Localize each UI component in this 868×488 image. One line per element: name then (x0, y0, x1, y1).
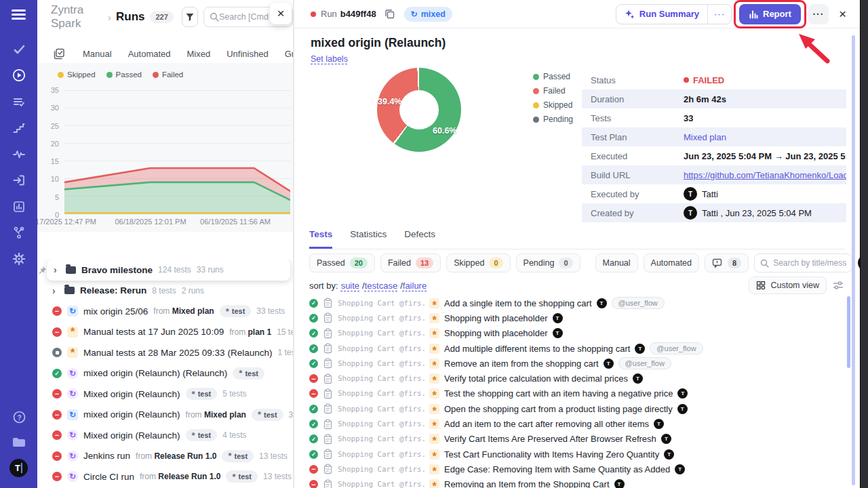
test-row[interactable]: Shopping Cart @firs... Test the shopping… (309, 386, 846, 401)
test-title[interactable]: Shopping with placeholder (444, 328, 548, 338)
run-row[interactable]: Circle CI run from Release Run 1.0 test … (37, 466, 293, 487)
test-title[interactable]: Test Cart Functionality with Items Havin… (444, 449, 659, 460)
test-title[interactable]: Add an item to the cart after removing a… (444, 419, 649, 429)
tab-defects[interactable]: Defects (404, 229, 435, 249)
suite-name[interactable]: Shopping Cart @firs... (338, 359, 425, 368)
branches-icon[interactable] (12, 225, 26, 240)
test-title[interactable]: Open the shopping cart from a product li… (444, 404, 673, 414)
run-name[interactable]: mixed origin (Relaunch) (83, 409, 180, 420)
build-url-link[interactable]: https://github.com/TetianaKhomenko/Load-… (684, 170, 846, 180)
comments-filter-chip[interactable]: 8 (705, 253, 749, 272)
checks-icon[interactable] (12, 42, 26, 57)
test-title[interactable]: Removing an Item from the Shopping Cart (444, 479, 610, 488)
tests-search-input[interactable] (773, 258, 846, 268)
run-name[interactable]: mixed origin (Relaunch) (Relaunch) (83, 368, 227, 378)
run-row[interactable]: Manual tests at 28 Mar 2025 09:33 (Relau… (37, 342, 293, 363)
suite-name[interactable]: Shopping Cart @firs... (338, 480, 425, 488)
run-row[interactable]: › Bravo milestone 124 tests 33 runs (47, 260, 290, 281)
suite-name[interactable]: Shopping Cart @firs... (338, 465, 425, 474)
test-row[interactable]: Shopping Cart @firs... Shopping with pla… (309, 310, 846, 325)
expand-chevron-icon[interactable]: › (52, 285, 59, 296)
test-title[interactable]: Verify total price calculation with deci… (444, 373, 628, 384)
sliders-icon[interactable] (833, 281, 844, 290)
filter-button[interactable] (182, 7, 198, 27)
menu-icon[interactable] (12, 9, 26, 20)
settings-gear-icon[interactable] (12, 251, 26, 266)
test-row[interactable]: Shopping Cart @firs... Shopping with pla… (309, 326, 846, 341)
run-name[interactable]: mix origin 25/06 (83, 306, 148, 317)
sort-option[interactable]: suite (341, 281, 365, 291)
suite-name[interactable]: Shopping Cart @firs... (338, 344, 425, 353)
run-summary-button[interactable]: Run Summary ··· (616, 4, 732, 24)
test-title[interactable]: Edge Case: Removing Item with Same Quant… (444, 464, 670, 474)
expand-chevron-icon[interactable]: › (54, 264, 60, 275)
run-row[interactable]: › Release: Rerun 8 tests 2 runs (37, 281, 293, 302)
run-row[interactable]: Mixed origin (Relaunch) test 4 tests (37, 425, 293, 446)
test-title[interactable]: Add a single item to the shopping cart (444, 298, 592, 308)
panel-close-button[interactable]: × (270, 3, 292, 24)
tab-automated[interactable]: Automated (128, 49, 171, 59)
report-button[interactable]: Report (739, 4, 801, 24)
runs-play-icon[interactable] (12, 68, 26, 83)
test-row[interactable]: Shopping Cart @firs... Verify total pric… (309, 371, 846, 386)
user-avatar[interactable]: T (9, 459, 28, 477)
tab-manual[interactable]: Manual (83, 49, 112, 59)
set-labels-link[interactable]: Set labels (311, 54, 348, 64)
tab-mixed[interactable]: Mixed (187, 49, 211, 59)
tab-statistics[interactable]: Statistics (350, 229, 387, 249)
suite-name[interactable]: Shopping Cart @firs... (338, 389, 425, 398)
tab-tests[interactable]: Tests (309, 229, 332, 249)
tab-groups[interactable]: Groups (285, 49, 294, 59)
test-row[interactable]: Shopping Cart @firs... Remove an item fr… (309, 356, 846, 371)
suite-name[interactable]: Shopping Cart @firs... (338, 329, 425, 338)
projects-folder-icon[interactable] (12, 434, 26, 449)
suite-name[interactable]: Shopping Cart @firs... (338, 374, 425, 383)
activity-pulse-icon[interactable] (12, 146, 26, 161)
run-name[interactable]: Circle CI run (83, 472, 134, 482)
copy-icon[interactable] (384, 9, 395, 19)
run-summary-more-button[interactable]: ··· (707, 5, 731, 24)
test-row[interactable]: Shopping Cart @firs... Open the shopping… (309, 401, 846, 416)
run-row[interactable]: Jenkins run from Release Run 1.0 test 13… (37, 446, 293, 467)
steps-icon[interactable] (12, 121, 26, 136)
run-name[interactable]: Bravo milestone (81, 265, 153, 275)
test-row[interactable]: Shopping Cart @firs... Add multiple diff… (309, 341, 846, 356)
test-title[interactable]: Remove an item from the shopping cart (444, 359, 599, 369)
run-name[interactable]: Jenkins run (83, 451, 130, 461)
sort-option[interactable]: failure (403, 281, 427, 291)
list-check-icon[interactable] (12, 95, 26, 110)
run-row[interactable]: Manual tests at 17 Jun 2025 10:09 from p… (37, 322, 293, 343)
suite-name[interactable]: Shopping Cart @firs... (338, 420, 425, 428)
status-filter-chip[interactable]: Pending 0 (516, 253, 580, 272)
run-name[interactable]: Manual tests at 17 Jun 2025 10:09 (83, 327, 224, 337)
sort-option[interactable]: testcase (365, 281, 403, 291)
test-row[interactable]: Shopping Cart @firs... Removing an Item … (309, 477, 846, 488)
status-filter-chip[interactable]: Failed 13 (380, 253, 441, 272)
tests-scrollbar[interactable] (847, 296, 850, 368)
reports-chart-icon[interactable] (12, 199, 26, 214)
test-title[interactable]: Verify Cart Items Are Preserved After Br… (444, 434, 656, 444)
run-row[interactable]: Mixed origin (Relaunch) test 5 tests (37, 384, 293, 405)
select-all-icon[interactable] (54, 48, 65, 60)
status-filter-chip[interactable]: Skipped 0 (446, 253, 510, 272)
app-name[interactable]: Zyntra Spark (51, 3, 103, 30)
suite-name[interactable]: Shopping Cart @firs... (338, 450, 425, 459)
suite-name[interactable]: Shopping Cart @firs... (338, 299, 425, 308)
suite-name[interactable]: Shopping Cart @firs... (338, 314, 425, 323)
type-filter-chip[interactable]: Manual (595, 253, 638, 272)
suite-name[interactable]: Shopping Cart @firs... (338, 434, 425, 443)
test-title[interactable]: Test the shopping cart with an item havi… (444, 388, 673, 399)
run-row[interactable]: mixed origin (Relaunch) from Mixed plan … (37, 405, 293, 426)
test-row[interactable]: Shopping Cart @firs... Verify Cart Items… (309, 432, 846, 447)
panel-scrollbar[interactable] (852, 35, 855, 485)
sign-in-icon[interactable] (12, 173, 26, 188)
test-row[interactable]: Shopping Cart @firs... Edge Case: Removi… (309, 462, 846, 476)
tests-search[interactable] (754, 253, 852, 272)
test-row[interactable]: Shopping Cart @firs... Add an item to th… (309, 416, 846, 431)
test-title[interactable]: Add multiple different items to the shop… (444, 344, 630, 354)
suite-name[interactable]: Shopping Cart @firs... (338, 405, 425, 413)
status-filter-chip[interactable]: Passed 20 (309, 253, 375, 272)
type-filter-chip[interactable]: Automated (644, 253, 699, 272)
run-row[interactable]: mix origin 25/06 from Mixed plan test 33… (37, 301, 293, 322)
test-title[interactable]: Shopping with placeholder (444, 313, 548, 323)
